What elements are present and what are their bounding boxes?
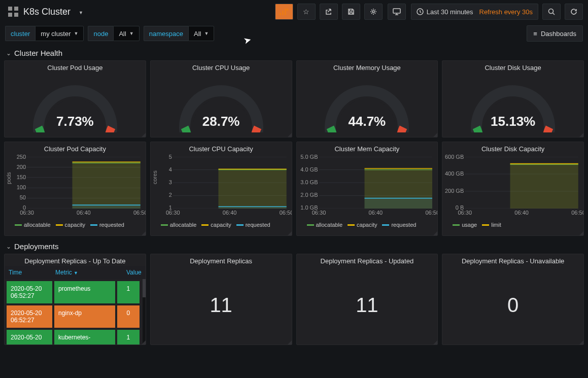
panel-deployment-replicas-unavailable[interactable]: Deployment Replicas - Unavailable 0 xyxy=(442,254,584,345)
panel-resize-handle[interactable] xyxy=(142,133,146,137)
panel-resize-handle[interactable] xyxy=(142,340,146,345)
panel-deployment-replicas-updated[interactable]: Deployment Replicas - Updated 11 xyxy=(296,254,438,345)
panel-resize-handle[interactable] xyxy=(579,340,583,345)
var-node-select[interactable]: All xyxy=(113,26,139,41)
singlestat-value: 11 xyxy=(356,294,378,317)
legend-item[interactable]: allocatable xyxy=(161,222,197,228)
settings-button[interactable] xyxy=(364,4,383,20)
table-row[interactable]: 2020-05-20 06:52:27 nginx-dp 0 xyxy=(7,305,140,328)
cell-value: 1 xyxy=(117,330,140,345)
legend-item[interactable]: allocatable xyxy=(15,222,51,228)
panel-gauge[interactable]: Cluster CPU Usage 28.7% xyxy=(150,60,292,138)
var-cluster-label: cluster xyxy=(5,26,35,41)
panel-title: Deployment Replicas - Up To Date xyxy=(5,254,146,266)
var-namespace-label: namespace xyxy=(144,26,188,41)
star-button[interactable]: ☆ xyxy=(297,4,316,20)
caret-down-icon xyxy=(76,8,83,16)
panel-title: Deployment Replicas - Unavailable xyxy=(442,254,583,266)
row-deployments-title: Deployments xyxy=(14,242,59,251)
cell-metric: prometheus xyxy=(54,281,115,303)
chart-legend: allocatablecapacityrequested xyxy=(5,220,146,231)
legend-item[interactable]: requested xyxy=(382,222,416,228)
panel-resize-handle[interactable] xyxy=(579,133,583,137)
panel-title: Cluster CPU Capacity xyxy=(151,142,292,154)
chevron-down-icon: ⌄ xyxy=(6,243,11,250)
panel-gauge[interactable]: Cluster Disk Usage 15.13% xyxy=(442,60,584,138)
add-panel-button[interactable] xyxy=(275,4,293,20)
table-header: Time Metric ▼ Value xyxy=(5,266,146,279)
panel-deployment-replicas[interactable]: Deployment Replicas 11 xyxy=(150,254,292,345)
gauge-value: 44.7% xyxy=(297,114,438,129)
gauge-value: 15.13% xyxy=(442,114,583,129)
var-namespace-select[interactable]: All xyxy=(188,26,214,41)
panel-resize-handle[interactable] xyxy=(288,340,292,345)
svg-rect-6 xyxy=(393,9,400,13)
legend-item[interactable]: requested xyxy=(236,222,270,228)
refresh-button[interactable] xyxy=(565,4,583,20)
panel-resize-handle[interactable] xyxy=(288,231,292,235)
time-range-label: Last 30 minutes xyxy=(427,8,473,16)
auto-refresh-label: Refresh every 30s xyxy=(479,8,533,16)
panel-title: Cluster Mem Capacity xyxy=(297,142,438,154)
chart-legend: allocatablecapacityrequested xyxy=(151,220,292,231)
legend-item[interactable]: capacity xyxy=(348,222,377,228)
chart-legend: usagelimit xyxy=(442,220,583,231)
panel-timeseries[interactable]: Cluster Pod Capacity pods 05010015020025… xyxy=(4,142,146,236)
legend-item[interactable]: limit xyxy=(482,222,501,228)
legend-item[interactable]: allocatable xyxy=(307,222,343,228)
legend-item[interactable]: usage xyxy=(453,222,477,228)
row-cluster-health-title: Cluster Health xyxy=(14,49,62,57)
dashboards-links-label: Dashboards xyxy=(541,30,576,38)
col-time[interactable]: Time xyxy=(5,266,51,279)
panel-resize-handle[interactable] xyxy=(433,231,437,235)
panel-timeseries[interactable]: Cluster CPU Capacity cores 12345 06:3006… xyxy=(150,142,292,236)
svg-rect-34 xyxy=(73,205,141,209)
panel-timeseries[interactable]: Cluster Mem Capacity 1.0 GB2.0 GB3.0 GB4… xyxy=(296,142,438,236)
table-row[interactable]: 2020-05-20 kubernetes- 1 xyxy=(7,330,140,345)
svg-rect-43 xyxy=(218,169,286,209)
panel-resize-handle[interactable] xyxy=(433,340,437,345)
save-button[interactable] xyxy=(342,4,360,20)
chevron-down-icon: ⌄ xyxy=(6,50,11,57)
dashboards-grid-icon xyxy=(8,7,18,17)
share-button[interactable] xyxy=(320,4,338,20)
cell-metric: kubernetes- xyxy=(54,330,115,345)
singlestat-value: 11 xyxy=(210,294,232,317)
dashboard-title-dropdown[interactable]: K8s Cluster xyxy=(5,7,86,17)
panel-title: Cluster Disk Capacity xyxy=(442,142,583,154)
gauge-chart: 15.13% xyxy=(442,73,583,132)
chart-plot: 06:3006:4006:50 xyxy=(319,157,433,209)
var-node-label: node xyxy=(88,26,113,41)
panel-gauge[interactable]: Cluster Memory Usage 44.7% xyxy=(296,60,438,138)
panel-title: Cluster Pod Usage xyxy=(5,61,146,73)
legend-item[interactable]: capacity xyxy=(201,222,231,228)
cell-time: 2020-05-20 06:52:27 xyxy=(7,281,52,303)
panel-resize-handle[interactable] xyxy=(579,231,583,235)
view-mode-button[interactable] xyxy=(388,4,406,20)
chart-plot: 06:3006:4006:50 xyxy=(173,157,287,209)
row-deployments-toggle[interactable]: ⌄ Deployments xyxy=(0,239,588,254)
panel-resize-handle[interactable] xyxy=(142,231,146,235)
panel-timeseries[interactable]: Cluster Disk Capacity 0 B200 GB400 GB600… xyxy=(442,142,584,236)
table-row[interactable]: 2020-05-20 06:52:27 prometheus 1 xyxy=(7,281,140,303)
chart-plot: 06:3006:4006:50 xyxy=(27,157,141,209)
var-cluster-select[interactable]: my cluster xyxy=(35,26,84,41)
chart-plot: 06:3006:4006:50 xyxy=(465,157,578,209)
panel-resize-handle[interactable] xyxy=(288,133,292,137)
panel-title: Cluster CPU Usage xyxy=(151,61,292,73)
svg-rect-56 xyxy=(364,198,432,209)
panel-gauge[interactable]: Cluster Pod Usage 7.73% xyxy=(4,60,146,138)
panel-resize-handle[interactable] xyxy=(433,133,437,137)
table-scrollbar[interactable] xyxy=(143,279,146,345)
panel-deployment-replicas-uptodate[interactable]: Deployment Replicas - Up To Date Time Me… xyxy=(4,254,146,345)
dashboards-links-button[interactable]: ≡ Dashboards xyxy=(527,25,583,42)
panel-title: Cluster Disk Usage xyxy=(442,61,583,73)
time-range-picker[interactable]: Last 30 minutes Refresh every 30s xyxy=(411,4,538,20)
zoom-out-button[interactable] xyxy=(542,4,561,20)
row-cluster-health-toggle[interactable]: ⌄ Cluster Health xyxy=(0,46,588,60)
col-value[interactable]: Value xyxy=(120,266,146,279)
svg-point-10 xyxy=(549,9,554,14)
legend-item[interactable]: requested xyxy=(90,222,124,228)
col-metric[interactable]: Metric ▼ xyxy=(51,266,120,279)
legend-item[interactable]: capacity xyxy=(56,222,85,228)
